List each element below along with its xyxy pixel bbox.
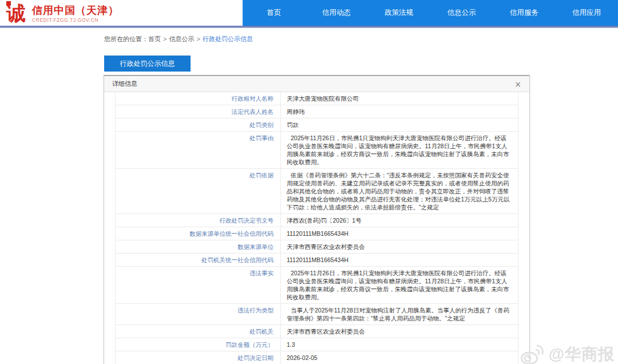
detail-panel-header: 详细信息 × [104,76,529,92]
field-label: 处罚决定日期 [116,351,281,364]
logo-stamp-icon: 诚 [5,1,27,25]
panel-title: 详细信息 [112,80,137,88]
breadcrumb-link[interactable]: 信息公示 [169,35,194,42]
nav-item-credit-services[interactable]: 信用服务 [493,0,555,26]
field-label: 法定代表人姓名 [116,105,281,118]
field-value: 天津市西青区农业农村委员会 [281,325,518,338]
field-label: 行政相对人名称 [116,92,281,105]
field-label: 处罚依据 [116,169,281,213]
table-row: 处罚依据依据《兽药管理条例》第六十二条：“违反本条例规定，未按照国家有关兽药安全… [116,168,518,213]
detail-panel: 详细信息 × 行政相对人名称天津大唐宠物医院有限公司法定代表人姓名周静玮处罚类别… [104,75,530,364]
site-url: CREDIT.FZGG.TJ.GOV.CN [32,17,119,23]
nav-item-credit-news[interactable]: 信用动态 [305,0,367,26]
field-label: 处罚类别 [116,118,281,131]
table-row: 法定代表人姓名周静玮 [116,105,518,118]
breadcrumb: 您所在的位置：首页>信息公示>行政处罚公示信息 [104,35,253,43]
table-row: 处罚机关天津市西青区农业农村委员会 [116,325,518,338]
table-row: 数据来源单位天津市西青区农业农村委员会 [116,240,518,253]
breadcrumb-link[interactable]: 首页 [148,35,161,42]
table-row: 处罚事由2025年11月26日，市民携1只宠物狗到天津大唐宠物医院有限公司进行治… [116,131,518,168]
watermark-text: @华商报 [549,343,615,364]
field-label: 处罚机关 [116,325,281,338]
table-row: 处罚类别罚款 [116,118,518,131]
close-icon[interactable]: × [514,80,521,88]
field-value: 2025年11月26日，市民携1只宠物狗到天津大唐宠物医院有限公司进行治疗。经该… [281,267,518,303]
page-header: 诚 信用中国（天津） CREDIT.FZGG.TJ.GOV.CN 首页信用动态政… [0,0,618,26]
breadcrumb-separator: > [163,35,167,42]
tab-administrative-penalty[interactable]: 行政处罚公示信息 [104,56,191,72]
field-label: 处罚事由 [116,132,281,168]
nav-item-policies[interactable]: 政策法规 [368,0,430,26]
table-row: 违法行为类型当事人于2025年11月28日对宠物狗注射了人用胰岛素。当事人的行为… [116,303,518,325]
table-row: 行政相对人名称天津大唐宠物医院有限公司 [116,92,518,105]
field-label: 罚款金额（万元） [116,338,281,351]
main-nav: 首页信用动态政策法规信息公示信用服务信用应用 [243,0,618,26]
breadcrumb-separator: > [196,35,200,42]
site-logo[interactable]: 诚 信用中国（天津） CREDIT.FZGG.TJ.GOV.CN [5,1,119,25]
field-value: 天津市西青区农业农村委员会 [281,240,518,253]
field-value: 当事人于2025年11月28日对宠物狗注射了人用胰岛素。当事人的行为违反了《兽药… [281,304,518,325]
field-label: 违法事实 [116,267,281,303]
header-divider [0,26,618,28]
field-value: 11120111MB1665434H [281,227,518,240]
field-value: 11120111MB1665434H [281,254,518,266]
field-value: 2025年11月26日，市民携1只宠物狗到天津大唐宠物医院有限公司进行治疗。经该… [281,132,518,168]
field-value: 2026-02-05 [281,351,518,364]
field-value: 依据《兽药管理条例》第六十二条：“违反本条例规定，未按照国家有关兽药安全使用规定… [281,169,518,213]
field-label: 数据来源单位 [116,240,281,253]
field-value: 天津大唐宠物医院有限公司 [281,92,518,105]
nav-item-home[interactable]: 首页 [243,0,305,26]
logo-text: 信用中国（天津） CREDIT.FZGG.TJ.GOV.CN [32,4,119,23]
breadcrumb-prefix: 您所在的位置： [104,35,148,42]
field-label: 违法行为类型 [116,304,281,325]
table-row: 数据来源单位统一社会信用代码11120111MB1665434H [116,227,518,240]
table-row: 处罚决定日期2026-02-05 [116,351,518,364]
field-value: 周静玮 [281,105,518,118]
field-label: 处罚机关统一社会信用代码 [116,254,281,266]
site-title: 信用中国（天津） [32,4,119,17]
breadcrumb-items: 首页>信息公示>行政处罚公示信息 [148,35,253,42]
field-value: 1.3 [281,338,518,351]
nav-item-info-disclosure[interactable]: 信息公示 [430,0,493,26]
field-value: 津西农(兽药)罚〔2026〕1号 [281,214,518,227]
nav-item-credit-applications[interactable]: 信用应用 [556,0,618,26]
field-value: 罚款 [281,118,518,131]
breadcrumb-current: 行政处罚公示信息 [203,35,253,42]
field-label: 行政处罚决定书文号 [116,214,281,227]
table-row: 行政处罚决定书文号津西农(兽药)罚〔2026〕1号 [116,213,518,227]
field-label: 数据来源单位统一社会信用代码 [116,227,281,240]
table-row: 违法事实2025年11月26日，市民携1只宠物狗到天津大唐宠物医院有限公司进行治… [116,266,518,303]
table-row: 处罚机关统一社会信用代码11120111MB1665434H [116,253,518,266]
table-row: 罚款金额（万元）1.3 [116,338,518,351]
detail-table: 行政相对人名称天津大唐宠物医院有限公司法定代表人姓名周静玮处罚类别罚款处罚事由2… [115,92,518,364]
logo-seal-icon [6,1,11,6]
watermark: @华商报 [520,343,615,364]
